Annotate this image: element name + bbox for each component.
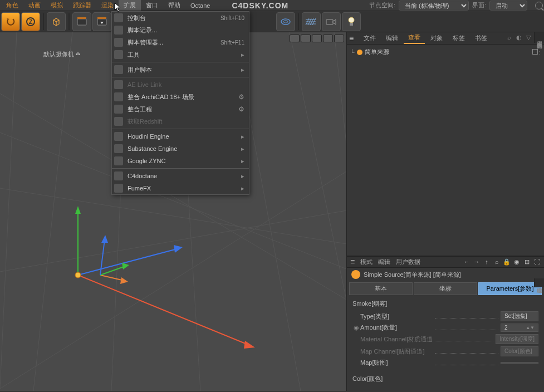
parameter-row: Type[类型] Set[选集] bbox=[352, 311, 538, 321]
eye-icon[interactable]: ◐ bbox=[514, 34, 523, 42]
obj-tab-file[interactable]: 文件 bbox=[359, 33, 380, 43]
menu-role[interactable]: 角色 bbox=[1, 0, 23, 11]
attr-tab-coord[interactable]: 坐标 bbox=[414, 282, 477, 295]
obj-tab-edit[interactable]: 编辑 bbox=[381, 33, 403, 43]
menu-tracker[interactable]: 跟踪器 bbox=[68, 0, 96, 11]
gear-icon[interactable]: ⚙ bbox=[238, 93, 244, 101]
lock-icon[interactable]: 🔒 bbox=[503, 258, 511, 266]
parameter-row: Map Channel[贴图通道] Color[颜色] bbox=[352, 346, 538, 356]
menu-item[interactable]: C4doctane ▸ bbox=[112, 170, 249, 182]
submenu-arrow-icon: ▸ bbox=[241, 51, 244, 58]
keyframe-dot[interactable]: ◉ bbox=[352, 324, 360, 331]
search-icon[interactable]: ⌕ bbox=[505, 34, 513, 42]
vp-pan-icon[interactable] bbox=[290, 35, 300, 42]
menu-item[interactable]: 用户脚本 ▸ bbox=[112, 63, 249, 76]
obj-tab-view[interactable]: 查看 bbox=[404, 32, 425, 44]
object-name[interactable]: 简单来源 bbox=[365, 48, 389, 56]
fwd-icon[interactable]: → bbox=[473, 258, 481, 266]
hamburger-icon[interactable]: ≡ bbox=[349, 34, 358, 43]
menu-item[interactable]: 脚本管理器... Shift+F11 bbox=[112, 36, 249, 48]
render-region-button[interactable] bbox=[92, 12, 111, 31]
menu-item-icon bbox=[114, 50, 123, 59]
menu-anim[interactable]: 动画 bbox=[23, 0, 46, 11]
param-value[interactable]: 2▲▼ bbox=[501, 324, 538, 332]
light-button[interactable] bbox=[342, 12, 361, 31]
obj-tab-tags[interactable]: 标签 bbox=[448, 33, 469, 43]
attr-edit[interactable]: 编辑 bbox=[378, 258, 390, 266]
back-icon[interactable]: ← bbox=[463, 258, 471, 266]
menu-sim[interactable]: 模拟 bbox=[46, 0, 68, 11]
menu-item[interactable]: FumeFX ▸ bbox=[112, 182, 249, 194]
hamburger-icon[interactable]: ≡ bbox=[350, 257, 355, 266]
obj-tab-objects[interactable]: 对象 bbox=[426, 33, 447, 43]
menu-item[interactable]: 控制台 Shift+F10 bbox=[112, 12, 249, 24]
attr-userdata[interactable]: 用户数据 bbox=[396, 258, 420, 266]
menu-item-label: FumeFX bbox=[128, 185, 237, 192]
menu-item-label: C4doctane bbox=[128, 173, 237, 179]
menu-item[interactable]: 整合 ArchiCAD 18+ 场景 ⚙ bbox=[112, 91, 249, 103]
attribute-tabs: 基本 坐标 Parameters[参数] bbox=[347, 282, 544, 295]
viewport-nav-icons bbox=[290, 35, 344, 42]
floor-button[interactable] bbox=[302, 12, 321, 31]
vp-max-icon[interactable] bbox=[323, 35, 333, 42]
attr-tab-params[interactable]: Parameters[参数] bbox=[478, 282, 542, 295]
menu-item-label: Google ZYNC bbox=[128, 158, 237, 164]
submenu-arrow-icon: ▸ bbox=[241, 66, 244, 74]
param-value[interactable] bbox=[501, 362, 538, 364]
search-icon[interactable]: ⌕ bbox=[493, 258, 501, 266]
menu-item-label: Substance Engine bbox=[128, 145, 237, 152]
menu-item[interactable]: 工具 ▸ bbox=[112, 48, 249, 61]
side-tab-modeling[interactable]: 建模 bbox=[534, 278, 544, 287]
menu-item-icon bbox=[114, 92, 123, 101]
torus-button[interactable] bbox=[276, 12, 295, 31]
object-row[interactable]: └ 简单来源 : bbox=[349, 47, 542, 57]
max-icon[interactable]: ⛶ bbox=[533, 258, 541, 266]
layout-label: 界面: bbox=[472, 1, 486, 9]
parameter-row: ◉ Amount[数量] 2▲▼ bbox=[352, 324, 538, 332]
menu-item[interactable]: Substance Engine ▸ bbox=[112, 143, 249, 155]
attribute-header: Simple Source[简单来源] [简单来源] bbox=[347, 268, 544, 281]
filter-icon[interactable]: ▽ bbox=[524, 34, 532, 42]
cube-button[interactable] bbox=[47, 12, 66, 31]
menu-octane[interactable]: Octane bbox=[185, 1, 215, 10]
render-button[interactable] bbox=[72, 12, 91, 31]
menu-item-label: 获取Redshift bbox=[128, 117, 244, 126]
vp-layout-icon[interactable] bbox=[334, 35, 344, 42]
visibility-toggle[interactable] bbox=[532, 49, 538, 55]
menu-window[interactable]: 窗口 bbox=[141, 0, 163, 11]
menu-item[interactable]: Google ZYNC ▸ bbox=[112, 155, 249, 167]
svg-point-13 bbox=[349, 17, 354, 23]
menu-item-icon bbox=[114, 171, 123, 180]
vp-zoom-icon[interactable] bbox=[301, 35, 311, 42]
vp-orbit-icon[interactable] bbox=[312, 35, 322, 42]
attribute-body: Smoke[烟雾] Type[类型] Set[选集]◉ Amount[数量] 2… bbox=[347, 295, 544, 391]
undo-button[interactable] bbox=[1, 12, 20, 31]
attribute-manager-bar: ≡ 模式 编辑 用户数据 ← → ↑ ⌕ 🔒 ◉ ⊞ ⛶ bbox=[347, 257, 544, 268]
camera-button[interactable] bbox=[322, 12, 341, 31]
attr-mode[interactable]: 模式 bbox=[360, 258, 373, 266]
menu-item[interactable]: Houdini Engine ▸ bbox=[112, 130, 249, 143]
new-icon[interactable]: ⊞ bbox=[523, 258, 531, 266]
layout-select[interactable]: 启动 bbox=[489, 1, 527, 11]
svg-rect-12 bbox=[326, 19, 333, 24]
gear-icon[interactable]: ⚙ bbox=[238, 105, 244, 113]
up-icon[interactable]: ↑ bbox=[483, 258, 491, 266]
param-value[interactable]: Set[选集] bbox=[501, 311, 538, 321]
search-icon[interactable] bbox=[535, 2, 543, 9]
eye2-icon[interactable]: ◉ bbox=[513, 258, 521, 266]
menu-help[interactable]: 帮助 bbox=[163, 0, 185, 11]
attr-tab-basic[interactable]: 基本 bbox=[349, 282, 413, 295]
param-value[interactable]: Intensity[强度] bbox=[496, 334, 538, 344]
object-type-icon bbox=[351, 270, 360, 279]
extensions-dropdown: 控制台 Shift+F10 脚本记录... 脚本管理器... Shift+F11… bbox=[111, 11, 249, 195]
menu-item[interactable]: 整合工程 ⚙ bbox=[112, 103, 249, 115]
object-manager[interactable]: └ 简单来源 : bbox=[347, 45, 544, 257]
node-space-select[interactable]: 当前 (标准/物理) bbox=[399, 1, 469, 11]
side-tab-layers[interactable]: 层次 内容浏览器 bbox=[534, 32, 544, 43]
menu-item[interactable]: 脚本记录... bbox=[112, 24, 249, 36]
param-value[interactable]: Color[颜色] bbox=[501, 346, 538, 356]
attr-nav-icons: ← → ↑ ⌕ 🔒 ◉ ⊞ ⛶ bbox=[463, 258, 541, 266]
redo-button[interactable]: Z bbox=[21, 12, 40, 31]
camera-label: 默认摄像机 •°• bbox=[43, 50, 79, 58]
obj-tab-bookmarks[interactable]: 书签 bbox=[471, 33, 492, 43]
